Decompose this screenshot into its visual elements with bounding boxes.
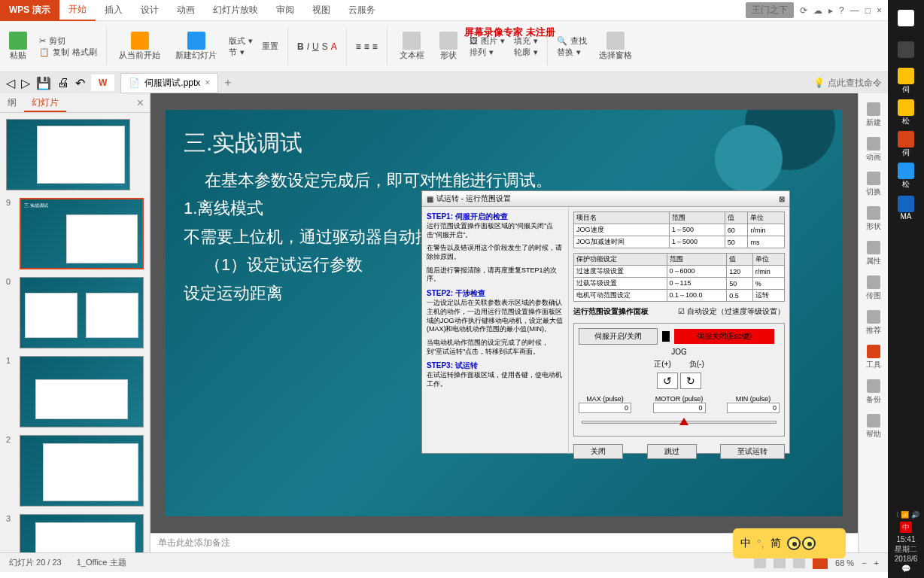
close-tab-icon[interactable]: × [205,78,210,88]
tb-wps[interactable]: 伺 [891,131,921,158]
zoom-in-button[interactable]: + [874,558,879,567]
tb-ma[interactable]: MA [891,194,921,221]
tb-app[interactable]: 松 [891,163,921,190]
rs-trans[interactable]: 切换 [863,169,884,200]
bold-button[interactable]: B [297,41,304,52]
add-tab-icon[interactable]: + [224,76,231,90]
rs-upload[interactable]: 传图 [863,272,884,304]
rs-backup[interactable]: 备份 [863,376,884,408]
windows-taskbar: 伺 松 伺 松 MA 〈 📶 🔊 中 15:41 星期二 2018/6 💬 [888,0,924,578]
skip-button[interactable]: 跳过 [647,444,697,459]
align-left-button[interactable]: ≡ [356,41,361,52]
copy-button[interactable]: 📋 复制 格式刷 [39,47,97,58]
tb-clock[interactable]: 〈 📶 🔊 中 15:41 星期二 2018/6 💬 [891,507,921,578]
max-input[interactable]: 0 [579,403,631,413]
thumbnail-item[interactable]: 9三.实战调试 [6,198,144,269]
rs-new[interactable]: 新建 [863,99,884,131]
tab-cloud[interactable]: 云服务 [339,0,384,21]
new-slide-button[interactable]: 新建幻灯片 [172,30,220,62]
thumbnail-item[interactable]: 3 [6,514,144,552]
rs-shape[interactable]: 形状 [863,203,884,235]
underline-button[interactable]: U [312,41,319,52]
nav-back-icon[interactable]: ◁ [6,76,15,90]
cut-button[interactable]: ✂ 剪切 [39,35,97,47]
undo-icon[interactable]: ↶ [75,76,85,90]
print-icon[interactable]: 🖨 [57,76,69,90]
sorter-view-button[interactable] [774,558,786,568]
from-current-button[interactable]: 从当前开始 [116,30,163,62]
save-icon[interactable]: 💾 [36,76,51,90]
slides-tab[interactable]: 幻灯片 [24,93,66,112]
ime-lang[interactable]: 中 [740,537,751,550]
thumbnail-item[interactable]: 0 [6,277,144,348]
servo-toggle-button[interactable]: 伺服开启/关闭 [579,328,658,345]
arrange-button[interactable]: 排列▾ [470,47,505,58]
tb-taskview[interactable] [891,36,921,63]
tb-folder2[interactable]: 松 [891,99,921,126]
zoom-level[interactable]: 68 % [835,558,854,567]
italic-button[interactable]: I [307,41,309,52]
close-button[interactable]: 关闭 [573,444,623,459]
ime-bar[interactable]: 中 °, 简 [733,528,846,558]
close-icon[interactable]: × [877,5,882,16]
strike-button[interactable]: S [322,41,328,52]
select-pane-button[interactable]: 选择窗格 [596,30,635,62]
wps-home-tab[interactable]: W [91,75,114,91]
settings-icon[interactable]: ▸ [828,5,833,16]
jog-cw-button[interactable]: ↻ [680,373,701,389]
thumbnails[interactable]: 9三.实战调试 0 1 2 3 + [0,113,150,552]
thumbnail-item[interactable] [6,119,144,190]
outline-tab[interactable]: 纲 [0,93,24,112]
range-slider[interactable] [582,421,777,424]
tab-slideshow[interactable]: 幻灯片放映 [204,0,267,21]
font-color-button[interactable]: A [331,41,337,52]
outline-button[interactable]: 轮廓▾ [514,47,538,58]
align-center-button[interactable]: ≡ [364,41,369,52]
current-slide[interactable]: 三.实战调试 在基本参数设定完成后，即可对性能进行调试。 1.离线模式 不需要上… [166,110,843,516]
textbox-button[interactable]: 文本框 [397,30,427,62]
nav-fwd-icon[interactable]: ▷ [21,76,30,90]
sync-icon[interactable]: ⟳ [800,5,807,16]
panel-close-icon[interactable]: × [131,93,150,112]
minimize-icon[interactable]: — [850,5,859,16]
tab-start[interactable]: 开始 [59,0,96,21]
user-badge[interactable]: 王门之下 [746,2,794,18]
tab-design[interactable]: 设计 [132,0,168,21]
paste-button[interactable]: 粘贴 [6,30,30,62]
find-command[interactable]: 点此查找命令 [828,77,882,90]
cloud-icon[interactable]: ☁ [813,5,822,16]
reading-view-button[interactable] [793,558,805,568]
tab-animation[interactable]: 动画 [168,0,204,21]
thumbnail-item[interactable]: 2 [6,435,144,507]
help-icon[interactable]: ? [839,5,844,16]
replace-button[interactable]: 替换▾ [557,47,587,58]
normal-view-button[interactable] [754,558,766,568]
dialog-close-icon[interactable]: ⊠ [779,195,785,203]
tab-view[interactable]: 视图 [303,0,339,21]
motor-input[interactable]: 0 [653,403,706,413]
rs-anim[interactable]: 动画 [863,134,884,166]
tab-review[interactable]: 审阅 [267,0,303,21]
rs-tools[interactable]: 工具 [863,342,884,373]
section-button[interactable]: 节▾ [229,47,253,58]
auto-checkbox[interactable]: ☑ 自动设定（过速度等级设置） [678,306,785,317]
rs-reco[interactable]: 推荐 [863,307,884,339]
min-input[interactable]: 0 [727,403,780,413]
layout-button[interactable]: 版式▾ [229,35,253,47]
tb-folder1[interactable]: 伺 [891,68,921,95]
ime-mode[interactable]: 简 [771,537,781,550]
thumbnail-item[interactable]: 1 [6,356,144,427]
shape-button[interactable]: 形状 [436,30,460,62]
rs-prop[interactable]: 属性 [863,238,884,269]
reset-button[interactable]: 重置 [262,41,278,52]
maximize-icon[interactable]: □ [865,5,871,16]
to-test-button[interactable]: 至试运转 [720,444,785,459]
align-right-button[interactable]: ≡ [372,41,378,52]
rs-help[interactable]: 帮助 [863,411,884,443]
jog-ccw-button[interactable]: ↺ [657,373,678,389]
zoom-out-button[interactable]: − [862,558,866,567]
tb-windows[interactable] [891,5,921,32]
document-tab[interactable]: 📄 伺服调试.pptx × [120,73,218,93]
tab-insert[interactable]: 插入 [96,0,132,21]
find-button[interactable]: 🔍 查找 [557,35,587,47]
